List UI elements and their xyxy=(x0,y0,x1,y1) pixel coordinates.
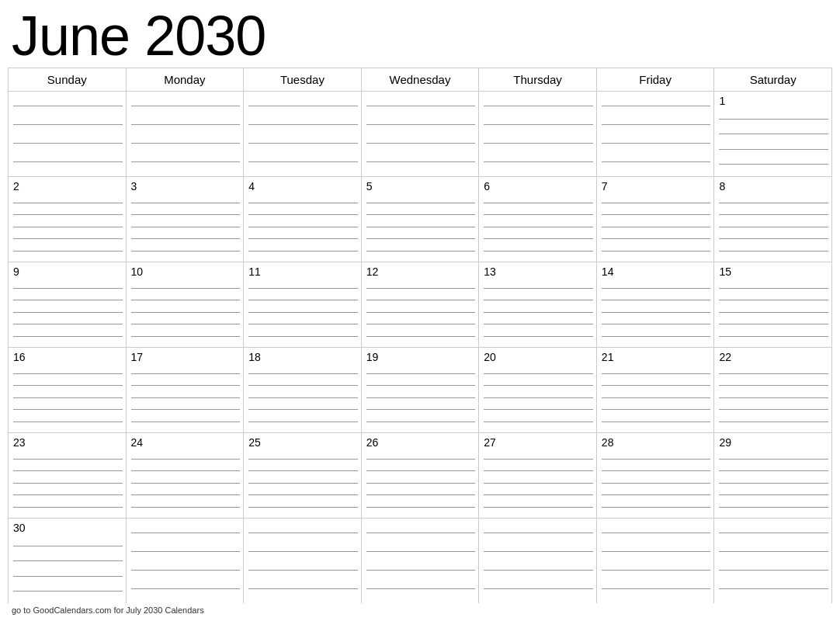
day-line xyxy=(366,588,476,589)
week-row-4: 16171819202122 xyxy=(9,348,832,433)
day-cell[interactable]: 21 xyxy=(597,348,715,432)
day-line xyxy=(484,533,593,533)
day-cell[interactable]: 2 xyxy=(9,177,127,262)
day-line xyxy=(131,483,241,484)
day-cell[interactable]: 9 xyxy=(9,262,127,347)
day-cell[interactable] xyxy=(362,92,480,176)
day-cell[interactable]: 28 xyxy=(597,433,715,518)
day-cell[interactable]: 15 xyxy=(714,262,832,347)
day-cell[interactable]: 11 xyxy=(244,262,362,347)
day-line xyxy=(131,214,241,215)
day-line xyxy=(248,397,358,398)
day-cell[interactable]: 24 xyxy=(127,433,245,518)
day-cell[interactable] xyxy=(127,519,245,603)
day-line xyxy=(366,227,476,227)
day-cell[interactable]: 26 xyxy=(362,433,480,518)
day-line xyxy=(248,507,358,508)
day-line xyxy=(13,238,123,239)
day-cell[interactable]: 30 xyxy=(9,519,127,603)
day-line xyxy=(13,324,123,324)
day-line xyxy=(13,203,123,203)
day-lines xyxy=(719,281,828,344)
day-cell[interactable]: 6 xyxy=(479,177,597,262)
day-cell[interactable]: 14 xyxy=(597,262,715,347)
day-line xyxy=(131,551,241,552)
day-line xyxy=(131,409,241,410)
day-lines xyxy=(13,452,123,515)
day-line xyxy=(484,397,593,398)
day-cell[interactable]: 29 xyxy=(714,433,832,518)
day-line xyxy=(602,373,711,374)
day-line xyxy=(366,422,476,422)
day-cell[interactable] xyxy=(597,519,715,603)
day-line xyxy=(366,106,476,106)
day-number: 24 xyxy=(131,436,241,449)
day-lines xyxy=(131,196,241,258)
day-number: 3 xyxy=(131,180,241,193)
day-cell[interactable]: 17 xyxy=(127,348,245,432)
day-line xyxy=(602,470,711,471)
day-line xyxy=(719,119,828,120)
day-line xyxy=(248,143,358,144)
day-cell[interactable]: 12 xyxy=(362,262,480,347)
day-cell[interactable]: 5 xyxy=(362,177,480,262)
day-lines xyxy=(248,196,358,258)
day-cell[interactable]: 22 xyxy=(714,348,832,432)
day-line xyxy=(602,385,711,386)
day-lines xyxy=(719,110,828,173)
day-cell[interactable] xyxy=(127,92,245,176)
day-line xyxy=(248,551,358,552)
day-cell[interactable]: 18 xyxy=(244,348,362,432)
day-line xyxy=(366,124,476,125)
day-lines xyxy=(719,522,828,600)
day-number: 18 xyxy=(248,351,358,364)
day-cell[interactable]: 10 xyxy=(127,262,245,347)
day-cell[interactable]: 16 xyxy=(9,348,127,432)
day-cell[interactable]: 3 xyxy=(127,177,245,262)
day-cell[interactable] xyxy=(244,92,362,176)
day-line xyxy=(719,149,828,150)
day-line xyxy=(484,312,593,313)
day-cell[interactable] xyxy=(479,519,597,603)
day-cell[interactable] xyxy=(714,519,832,603)
day-lines xyxy=(484,366,593,429)
day-number: 22 xyxy=(719,351,828,364)
day-line xyxy=(719,336,828,337)
day-line xyxy=(13,214,123,215)
day-line xyxy=(13,161,123,162)
day-cell[interactable]: 13 xyxy=(479,262,597,347)
day-number: 21 xyxy=(602,351,711,364)
day-cell[interactable]: 4 xyxy=(244,177,362,262)
day-lines xyxy=(484,452,593,515)
day-line xyxy=(13,397,123,398)
day-cell[interactable] xyxy=(9,92,127,176)
calendar-container: June 2030 SundayMondayTuesdayWednesdayTh… xyxy=(0,0,840,621)
day-cell[interactable] xyxy=(244,519,362,603)
day-cell[interactable]: 25 xyxy=(244,433,362,518)
day-number: 13 xyxy=(484,265,593,279)
day-line xyxy=(248,533,358,533)
day-line xyxy=(484,459,593,460)
day-line xyxy=(602,106,711,106)
day-cell[interactable]: 7 xyxy=(597,177,715,262)
day-line xyxy=(13,576,123,577)
day-line xyxy=(13,409,123,410)
day-cell[interactable] xyxy=(362,519,480,603)
day-cell[interactable]: 20 xyxy=(479,348,597,432)
day-cell[interactable]: 23 xyxy=(9,433,127,518)
day-line xyxy=(248,238,358,239)
day-cell[interactable]: 1 xyxy=(714,92,832,176)
day-line xyxy=(13,106,123,106)
day-cell[interactable] xyxy=(479,92,597,176)
day-lines xyxy=(602,366,711,429)
day-line xyxy=(131,227,241,227)
day-lines xyxy=(248,95,358,173)
day-cell[interactable] xyxy=(597,92,715,176)
day-line xyxy=(248,409,358,410)
day-line xyxy=(484,470,593,471)
day-number: 30 xyxy=(13,522,123,535)
day-cell[interactable]: 19 xyxy=(362,348,480,432)
day-cell[interactable]: 27 xyxy=(479,433,597,518)
day-cell[interactable]: 8 xyxy=(714,177,832,262)
day-line xyxy=(13,300,123,300)
